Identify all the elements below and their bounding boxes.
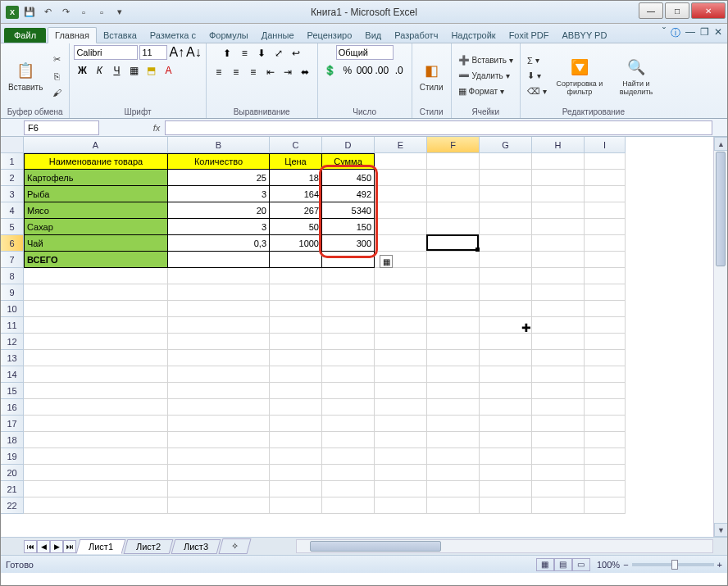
- cell-C1[interactable]: Цена: [270, 153, 322, 170]
- zoom-out-icon[interactable]: −: [623, 560, 628, 570]
- cell-B8[interactable]: [168, 268, 270, 284]
- cell-A2[interactable]: Картофель: [24, 170, 168, 186]
- cell-H6[interactable]: [532, 235, 585, 252]
- cell-I9[interactable]: [585, 284, 626, 301]
- doc-minimize-icon[interactable]: —: [685, 26, 695, 40]
- col-header-C[interactable]: C: [270, 137, 322, 153]
- cell-C12[interactable]: [270, 334, 322, 350]
- cell-F10[interactable]: [427, 301, 480, 317]
- cell-F22[interactable]: [427, 497, 480, 514]
- cell-A7[interactable]: ВСЕГО: [24, 252, 168, 268]
- cell-C16[interactable]: [270, 399, 322, 416]
- row-header-16[interactable]: 16: [1, 399, 24, 416]
- currency-icon[interactable]: 💲: [322, 62, 339, 79]
- normal-view-icon[interactable]: ▦: [536, 558, 554, 571]
- cell-C6[interactable]: 1000: [270, 235, 322, 252]
- cell-C19[interactable]: [270, 448, 322, 465]
- cell-D14[interactable]: [322, 366, 375, 383]
- col-header-B[interactable]: B: [168, 137, 270, 153]
- qat-btn[interactable]: ▫: [94, 5, 109, 20]
- cell-A5[interactable]: Сахар: [24, 219, 168, 235]
- cell-B9[interactable]: [168, 284, 270, 301]
- cell-H16[interactable]: [532, 399, 585, 416]
- cell-C7[interactable]: [270, 252, 322, 268]
- scroll-down-icon[interactable]: ▼: [714, 523, 727, 537]
- cell-I1[interactable]: [585, 153, 626, 170]
- cell-D3[interactable]: 492: [322, 186, 375, 202]
- row-header-4[interactable]: 4: [1, 202, 24, 219]
- cell-H7[interactable]: [532, 252, 585, 268]
- sheet-nav-prev-icon[interactable]: ◀: [37, 540, 50, 553]
- cell-A19[interactable]: [24, 448, 168, 465]
- col-header-A[interactable]: A: [24, 137, 168, 153]
- align-bottom-icon[interactable]: ⬇: [253, 45, 270, 61]
- cell-I16[interactable]: [585, 399, 626, 416]
- row-header-2[interactable]: 2: [1, 170, 24, 186]
- cell-I13[interactable]: [585, 350, 626, 366]
- row-header-20[interactable]: 20: [1, 465, 24, 481]
- cell-F21[interactable]: [427, 481, 480, 497]
- col-header-D[interactable]: D: [322, 137, 375, 153]
- cell-G8[interactable]: [480, 268, 532, 284]
- cell-G16[interactable]: [480, 399, 532, 416]
- cell-D8[interactable]: [322, 268, 375, 284]
- cell-G11[interactable]: [480, 317, 532, 334]
- cell-B15[interactable]: [168, 383, 270, 399]
- cell-F15[interactable]: [427, 383, 480, 399]
- cell-D17[interactable]: [322, 416, 375, 432]
- cell-B11[interactable]: [168, 317, 270, 334]
- cell-E20[interactable]: [375, 465, 427, 481]
- underline-button[interactable]: Ч: [108, 62, 125, 79]
- col-header-F[interactable]: F: [427, 137, 480, 153]
- cell-D11[interactable]: [322, 317, 375, 334]
- cell-C2[interactable]: 18: [270, 170, 322, 186]
- styles-button[interactable]: ◧ Стили: [416, 58, 447, 93]
- decrease-decimal-icon[interactable]: .0: [391, 62, 407, 79]
- cell-E19[interactable]: [375, 448, 427, 465]
- cell-G14[interactable]: [480, 366, 532, 383]
- cell-F7[interactable]: [427, 252, 480, 268]
- cell-D20[interactable]: [322, 465, 375, 481]
- tab-formulas[interactable]: Формулы: [202, 28, 255, 43]
- sheet-tab-2[interactable]: Лист2: [124, 539, 174, 554]
- sheet-nav-first-icon[interactable]: ⏮: [24, 540, 37, 553]
- cell-C22[interactable]: [270, 497, 322, 514]
- cell-B13[interactable]: [168, 350, 270, 366]
- col-header-H[interactable]: H: [532, 137, 585, 153]
- format-painter-icon[interactable]: 🖌: [48, 85, 65, 100]
- align-right-icon[interactable]: ≡: [245, 64, 262, 80]
- cell-B18[interactable]: [168, 432, 270, 448]
- cell-C20[interactable]: [270, 465, 322, 481]
- font-color-icon[interactable]: A: [160, 62, 176, 79]
- row-header-9[interactable]: 9: [1, 284, 24, 301]
- cell-H8[interactable]: [532, 268, 585, 284]
- minimize-button[interactable]: —: [639, 2, 663, 19]
- cell-F9[interactable]: [427, 284, 480, 301]
- cell-E21[interactable]: [375, 481, 427, 497]
- cell-B20[interactable]: [168, 465, 270, 481]
- page-layout-view-icon[interactable]: ▤: [554, 558, 572, 571]
- cell-F14[interactable]: [427, 366, 480, 383]
- tab-home[interactable]: Главная: [48, 27, 97, 43]
- cell-F18[interactable]: [427, 432, 480, 448]
- cut-icon[interactable]: ✂: [48, 52, 65, 67]
- cell-D21[interactable]: [322, 481, 375, 497]
- paste-button[interactable]: 📋 Вставить: [5, 58, 46, 93]
- decrease-font-icon[interactable]: A↓: [186, 45, 202, 60]
- row-header-21[interactable]: 21: [1, 481, 24, 497]
- cell-E17[interactable]: [375, 416, 427, 432]
- cells-area[interactable]: Наименование товараКоличествоЦенаСуммаКа…: [24, 153, 626, 514]
- copy-icon[interactable]: ⎘: [48, 69, 65, 84]
- formula-input[interactable]: [165, 120, 712, 135]
- insert-cells-button[interactable]: ➕Вставить ▾: [456, 53, 516, 68]
- cell-H3[interactable]: [532, 186, 585, 202]
- cell-B16[interactable]: [168, 399, 270, 416]
- font-size-select[interactable]: [139, 45, 167, 60]
- cell-F20[interactable]: [427, 465, 480, 481]
- row-header-1[interactable]: 1: [1, 153, 24, 170]
- cell-E3[interactable]: [375, 186, 427, 202]
- find-select-button[interactable]: 🔍 Найти и выделить: [610, 55, 662, 98]
- cell-D18[interactable]: [322, 432, 375, 448]
- cell-I12[interactable]: [585, 334, 626, 350]
- cell-C18[interactable]: [270, 432, 322, 448]
